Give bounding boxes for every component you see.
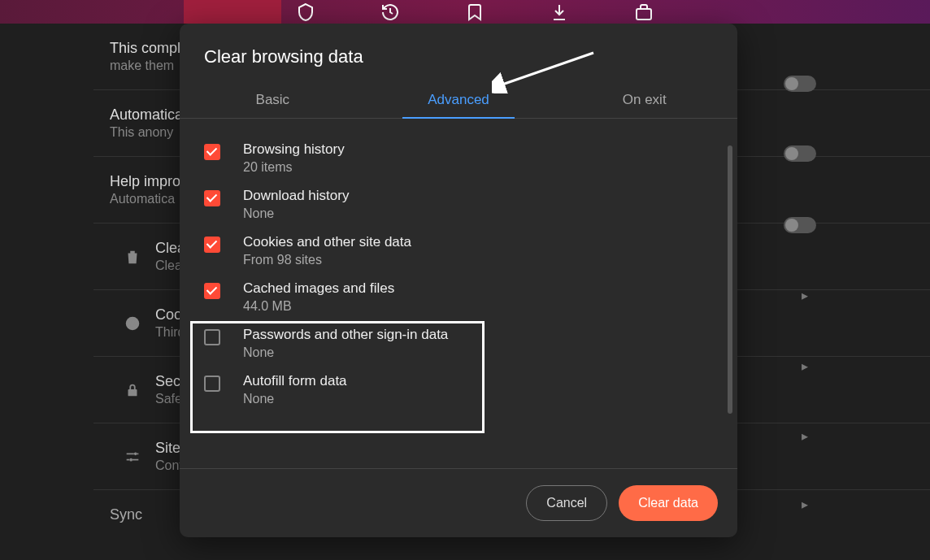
svg-rect-7 [128,389,137,396]
svg-point-3 [129,321,131,323]
svg-point-9 [129,458,133,461]
bg-row-sub: Cont [155,458,183,473]
dialog-footer: Cancel Clear data [180,468,737,537]
bg-row-title: Help impro [110,173,180,190]
download-icon[interactable] [550,2,569,22]
navbar-active-tab [184,0,281,24]
option-cookies[interactable]: Cookies and other site data From 98 site… [204,228,713,274]
scrollbar[interactable] [728,145,732,414]
option-label: Cookies and other site data [243,234,411,250]
option-sub: None [243,345,448,360]
extension-icon[interactable] [634,2,654,22]
lock-icon [110,381,155,399]
option-label: Cached images and files [243,280,394,297]
chevron-right-icon: ▸ [802,497,808,512]
bg-row-sub: make them [110,59,180,73]
toggle-switch[interactable] [784,76,816,92]
option-cached[interactable]: Cached images and files 44.0 MB [204,274,713,320]
options-list: Browsing history 20 items Download histo… [180,119,737,468]
tab-advanced[interactable]: Advanced [366,82,552,118]
bg-row-title: Site [155,440,183,457]
svg-point-5 [130,324,132,326]
option-browsing-history[interactable]: Browsing history 20 items [204,135,713,181]
option-sub: None [243,206,349,221]
cookie-icon [110,315,155,332]
checkbox[interactable] [204,283,220,299]
sliders-icon [110,448,155,466]
option-autofill[interactable]: Autofill form data None [204,367,713,413]
option-label: Autofill form data [243,373,347,389]
option-label: Download history [243,188,349,204]
top-navbar [0,0,930,24]
option-sub: From 98 sites [243,253,411,267]
bg-row-title: Automatica [110,106,183,124]
svg-point-8 [134,452,137,455]
checkbox[interactable] [204,144,220,160]
checkbox[interactable] [204,190,220,206]
svg-point-4 [133,320,135,322]
chevron-right-icon: ▸ [802,358,808,374]
dialog-tabs: Basic Advanced On exit [180,82,737,119]
checkbox[interactable] [204,376,220,392]
chevron-right-icon: ▸ [802,428,808,444]
tab-basic[interactable]: Basic [180,82,366,118]
clear-browsing-data-dialog: Clear browsing data Basic Advanced On ex… [180,24,737,537]
option-label: Browsing history [243,141,345,158]
checkbox[interactable] [204,237,220,253]
svg-point-2 [126,316,140,330]
shield-icon[interactable] [296,2,315,22]
option-download-history[interactable]: Download history None [204,181,713,228]
clear-data-button[interactable]: Clear data [619,485,718,521]
option-sub: 44.0 MB [243,299,394,314]
svg-rect-1 [637,9,651,20]
toggle-switch[interactable] [784,217,816,233]
trash-icon [110,248,155,266]
option-sub: 20 items [243,160,345,175]
bookmark-icon[interactable] [465,2,485,22]
option-label: Passwords and other sign-in data [243,327,448,343]
option-sub: None [243,392,347,406]
chevron-right-icon: ▸ [802,288,808,303]
tab-on-exit[interactable]: On exit [551,82,737,118]
bg-row-title: This compl [110,40,180,57]
checkbox[interactable] [204,329,220,345]
bg-row-sub: This anony [110,125,183,140]
cancel-button[interactable]: Cancel [526,485,607,521]
option-passwords[interactable]: Passwords and other sign-in data None [204,320,713,367]
svg-point-6 [134,323,136,325]
bg-row-sub: Automatica [110,192,180,206]
history-icon[interactable] [380,2,400,22]
dialog-title: Clear browsing data [180,24,737,82]
toggle-switch[interactable] [784,145,816,162]
